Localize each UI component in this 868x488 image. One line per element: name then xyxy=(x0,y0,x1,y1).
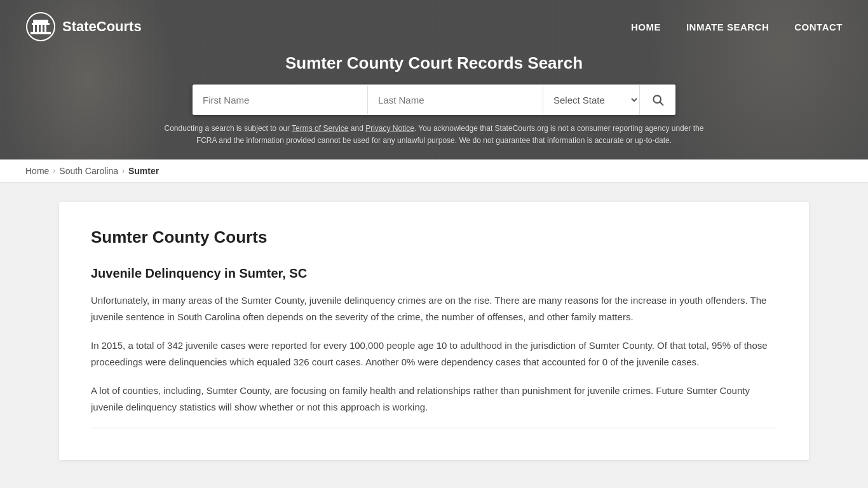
content-card: Sumter County Courts Juvenile Delinquenc… xyxy=(59,202,809,460)
main-content-area: Sumter County Courts Juvenile Delinquenc… xyxy=(0,202,868,460)
breadcrumb: Home › South Carolina › Sumter xyxy=(0,159,868,183)
logo-link[interactable]: StateCourts xyxy=(25,11,142,42)
breadcrumb-sep-2: › xyxy=(122,166,125,175)
para-3: A lot of counties, including, Sumter Cou… xyxy=(91,383,777,415)
nav-home[interactable]: HOME xyxy=(631,22,661,32)
svg-rect-2 xyxy=(32,23,50,25)
first-name-input[interactable] xyxy=(193,86,368,114)
header: StateCourts HOME INMATE SEARCH CONTACT S… xyxy=(0,0,868,159)
search-icon xyxy=(651,93,664,106)
privacy-link[interactable]: Privacy Notice xyxy=(365,124,414,133)
breadcrumb-state[interactable]: South Carolina xyxy=(59,166,118,176)
svg-rect-3 xyxy=(33,20,48,23)
search-button[interactable] xyxy=(640,85,675,115)
svg-rect-4 xyxy=(33,25,35,32)
state-select[interactable]: Select State Alabama Alaska Arizona Arka… xyxy=(543,85,640,115)
last-name-input[interactable] xyxy=(368,86,543,114)
para-2: In 2015, a total of 342 juvenile cases w… xyxy=(91,337,777,370)
para-1: Unfortunately, in many areas of the Sumt… xyxy=(91,292,777,325)
svg-rect-6 xyxy=(41,25,43,32)
disclaimer-text: Conducting a search is subject to our Te… xyxy=(148,115,720,159)
navigation: StateCourts HOME INMATE SEARCH CONTACT xyxy=(0,0,868,53)
svg-line-10 xyxy=(660,102,663,105)
section-title-1: Juvenile Delinquency in Sumter, SC xyxy=(91,266,777,281)
page-title: Sumter County Courts xyxy=(91,227,777,247)
logo-icon xyxy=(25,11,56,42)
breadcrumb-county: Sumter xyxy=(128,166,159,176)
breadcrumb-home[interactable]: Home xyxy=(25,166,49,176)
terms-link[interactable]: Terms of Service xyxy=(292,124,348,133)
section-divider xyxy=(91,428,777,428)
logo-text: StateCourts xyxy=(62,18,142,35)
svg-rect-7 xyxy=(44,25,46,32)
nav-contact[interactable]: CONTACT xyxy=(794,22,843,32)
svg-rect-1 xyxy=(31,32,51,34)
breadcrumb-sep-1: › xyxy=(53,166,55,175)
section-juvenile-delinquency: Juvenile Delinquency in Sumter, SC Unfor… xyxy=(91,266,777,415)
header-title: Sumter County Court Records Search xyxy=(285,53,583,73)
search-bar: Select State Alabama Alaska Arizona Arka… xyxy=(193,85,675,115)
nav-inmate-search[interactable]: INMATE SEARCH xyxy=(686,22,769,32)
svg-rect-5 xyxy=(37,25,39,32)
nav-links: HOME INMATE SEARCH CONTACT xyxy=(631,22,843,32)
